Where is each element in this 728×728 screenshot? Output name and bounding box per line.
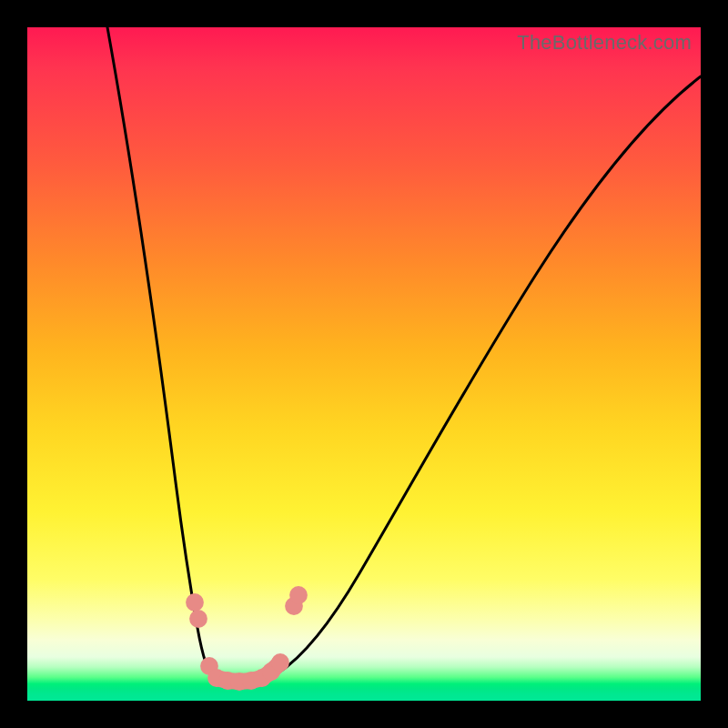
chart-svg — [27, 27, 701, 701]
outer-frame: TheBottleneck.com — [0, 0, 728, 728]
bead-point — [186, 593, 204, 612]
bead-point — [189, 610, 207, 628]
beads-group — [186, 586, 308, 691]
plot-area: TheBottleneck.com — [27, 27, 701, 701]
bead-point — [271, 653, 289, 672]
bead-point — [289, 586, 308, 604]
series-right-arm — [240, 76, 701, 682]
series-left-arm — [107, 27, 240, 685]
curve-group — [107, 27, 701, 685]
